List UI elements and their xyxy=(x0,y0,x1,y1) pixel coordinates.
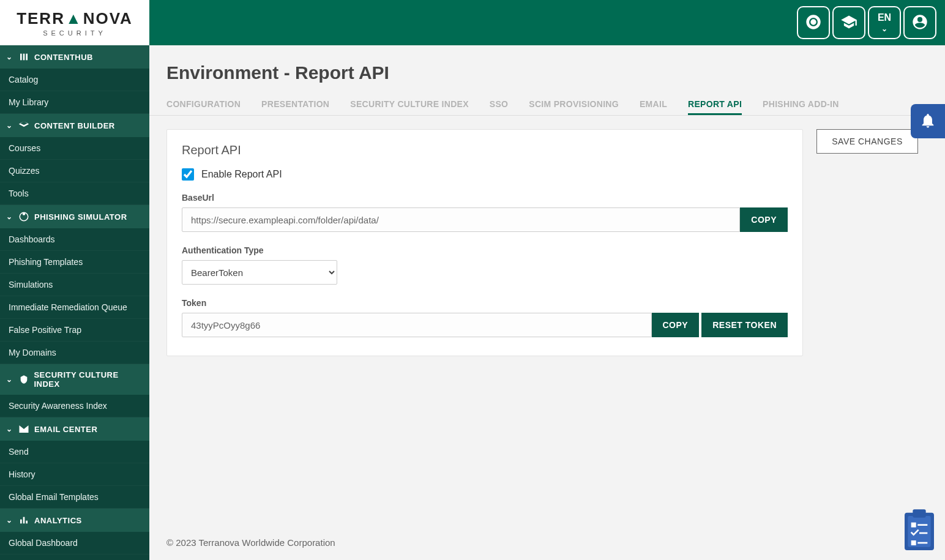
tab-presentation[interactable]: PRESENTATION xyxy=(261,94,329,115)
section-icon xyxy=(18,51,29,62)
account-button[interactable] xyxy=(903,6,936,39)
sidebar-item-phishing-templates[interactable]: Phishing Templates xyxy=(0,251,149,274)
sidebar-section-label: EMAIL CENTER xyxy=(34,425,97,434)
help-button[interactable] xyxy=(797,6,830,39)
sidebar-item-false-positive-trap[interactable]: False Positive Trap xyxy=(0,319,149,342)
graduation-cap-icon xyxy=(840,13,857,32)
card-title: Report API xyxy=(182,143,788,157)
user-circle-icon xyxy=(911,13,928,32)
chevron-down-icon: ⌄ xyxy=(6,425,13,433)
copy-baseurl-button[interactable]: COPY xyxy=(740,207,788,232)
svg-rect-7 xyxy=(26,521,28,524)
sidebar-item-quizzes[interactable]: Quizzes xyxy=(0,160,149,182)
tab-security-culture-index[interactable]: SECURITY CULTURE INDEX xyxy=(350,94,469,115)
tab-configuration[interactable]: CONFIGURATION xyxy=(166,94,241,115)
svg-rect-15 xyxy=(917,542,927,544)
token-input[interactable] xyxy=(182,313,652,337)
learning-button[interactable] xyxy=(832,6,865,39)
clipboard-check-icon xyxy=(900,546,939,556)
header-actions: EN ⌄ xyxy=(797,6,939,39)
sidebar: ⌄CONTENTHUBCatalogMy Library⌄CONTENT BUI… xyxy=(0,45,149,560)
sidebar-section-contenthub[interactable]: ⌄CONTENTHUB xyxy=(0,45,149,69)
chevron-down-icon: ⌄ xyxy=(6,121,13,130)
sidebar-item-courses[interactable]: Courses xyxy=(0,137,149,160)
brand-logo[interactable]: TERR▲NOVA SECURITY xyxy=(0,0,149,45)
feedback-widget[interactable] xyxy=(900,507,939,554)
svg-rect-5 xyxy=(20,520,22,524)
sidebar-section-phishing-simulator[interactable]: ⌄PHISHING SIMULATOR xyxy=(0,205,149,228)
sidebar-section-label: CONTENTHUB xyxy=(34,53,93,62)
section-icon xyxy=(18,515,29,526)
lifebuoy-icon xyxy=(805,13,822,32)
main: Environment - Report API CONFIGURATIONPR… xyxy=(149,45,945,560)
language-code: EN xyxy=(878,12,891,23)
svg-rect-1 xyxy=(23,54,25,61)
tab-report-api[interactable]: REPORT API xyxy=(688,94,742,115)
authtype-select[interactable]: BearerToken xyxy=(182,260,337,285)
sidebar-item-simulations[interactable]: Simulations xyxy=(0,274,149,296)
sidebar-item-catalog[interactable]: Catalog xyxy=(0,69,149,91)
brand-name: TERR▲NOVA xyxy=(17,9,133,28)
sidebar-section-label: PHISHING SIMULATOR xyxy=(34,212,127,222)
authtype-label: Authentication Type xyxy=(182,245,788,255)
sidebar-section-label: ANALYTICS xyxy=(34,516,82,525)
tab-phishing-add-in[interactable]: PHISHING ADD-IN xyxy=(763,94,839,115)
chevron-down-icon: ⌄ xyxy=(6,212,13,221)
baseurl-input[interactable] xyxy=(182,207,740,232)
sidebar-section-label: CONTENT BUILDER xyxy=(34,121,115,130)
token-row: COPY RESET TOKEN xyxy=(182,313,788,337)
sidebar-section-analytics[interactable]: ⌄ANALYTICS xyxy=(0,509,149,532)
svg-rect-13 xyxy=(919,532,927,534)
page-title: Environment - Report API xyxy=(149,45,945,94)
enable-report-api-checkbox[interactable] xyxy=(182,168,194,181)
sidebar-section-content-builder[interactable]: ⌄CONTENT BUILDER xyxy=(0,114,149,137)
sidebar-section-security-culture-index[interactable]: ⌄SECURITY CULTURE INDEX xyxy=(0,364,149,395)
bell-icon xyxy=(919,112,936,131)
section-icon xyxy=(18,120,29,131)
sidebar-item-global-email-templates[interactable]: Global Email Templates xyxy=(0,486,149,509)
chevron-down-icon: ⌄ xyxy=(6,516,13,525)
sidebar-item-dashboards[interactable]: Dashboards xyxy=(0,228,149,251)
chevron-down-icon: ⌄ xyxy=(6,53,13,61)
enable-report-api-label: Enable Report API xyxy=(201,169,282,180)
tab-email[interactable]: EMAIL xyxy=(640,94,667,115)
baseurl-row: COPY xyxy=(182,207,788,232)
content-row: Report API Enable Report API BaseUrl COP… xyxy=(149,116,945,370)
brand-name-b: NOVA xyxy=(83,9,133,28)
svg-rect-12 xyxy=(917,524,927,526)
svg-rect-10 xyxy=(913,509,925,517)
sidebar-item-global-dashboard[interactable]: Global Dashboard xyxy=(0,532,149,554)
section-icon xyxy=(18,424,29,435)
svg-point-4 xyxy=(23,213,25,215)
section-icon xyxy=(18,374,29,385)
sidebar-item-tools[interactable]: Tools xyxy=(0,182,149,205)
baseurl-label: BaseUrl xyxy=(182,193,788,203)
reset-token-button[interactable]: RESET TOKEN xyxy=(701,313,788,337)
chevron-down-icon: ⌄ xyxy=(6,375,13,384)
brand-triangle-icon: ▲ xyxy=(65,9,83,28)
sidebar-item-immediate-remediation-queue[interactable]: Immediate Remediation Queue xyxy=(0,296,149,319)
sidebar-section-label: SECURITY CULTURE INDEX xyxy=(34,370,143,389)
svg-rect-6 xyxy=(23,517,25,524)
sidebar-section-email-center[interactable]: ⌄EMAIL CENTER xyxy=(0,417,149,441)
report-api-card: Report API Enable Report API BaseUrl COP… xyxy=(166,129,803,356)
brand-subtitle: SECURITY xyxy=(43,29,106,37)
footer-copyright: © 2023 Terranova Worldwide Corporation xyxy=(149,525,945,560)
notifications-tab[interactable] xyxy=(911,104,945,138)
sidebar-item-security-awareness-index[interactable]: Security Awareness Index xyxy=(0,395,149,417)
sidebar-item-send[interactable]: Send xyxy=(0,441,149,463)
section-icon xyxy=(18,211,29,222)
tab-scim-provisioning[interactable]: SCIM PROVISIONING xyxy=(529,94,619,115)
svg-rect-0 xyxy=(20,54,22,61)
save-changes-button[interactable]: SAVE CHANGES xyxy=(816,129,918,154)
language-selector[interactable]: EN ⌄ xyxy=(868,6,901,39)
sidebar-item-my-domains[interactable]: My Domains xyxy=(0,342,149,364)
copy-token-button[interactable]: COPY xyxy=(652,313,700,337)
sidebar-item-history[interactable]: History xyxy=(0,463,149,486)
chevron-down-icon: ⌄ xyxy=(881,24,887,33)
tabs: CONFIGURATIONPRESENTATIONSECURITY CULTUR… xyxy=(149,94,945,116)
sidebar-item-my-library[interactable]: My Library xyxy=(0,91,149,114)
tab-sso[interactable]: SSO xyxy=(490,94,508,115)
svg-rect-14 xyxy=(911,540,916,545)
token-label: Token xyxy=(182,298,788,308)
